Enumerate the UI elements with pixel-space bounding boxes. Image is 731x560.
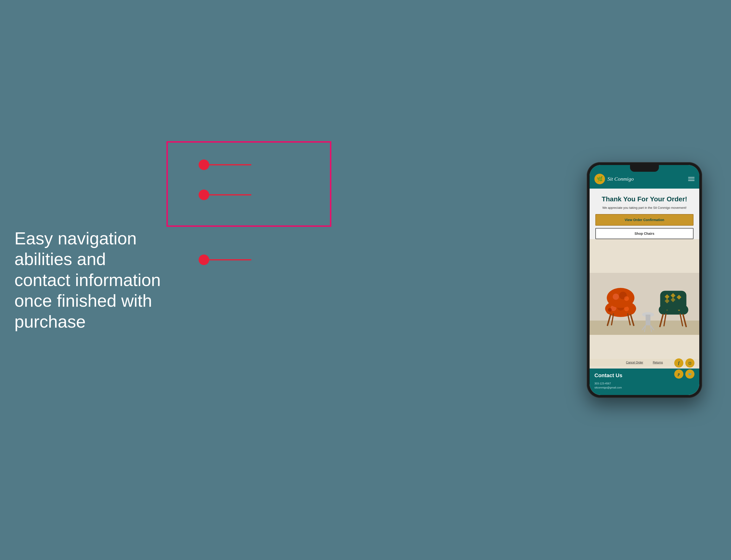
instagram-icon[interactable]: ◻: [685, 358, 694, 368]
description-content: Easy navigation abilities and contact in…: [14, 229, 161, 331]
view-order-button[interactable]: View Order Confirmation: [595, 214, 693, 226]
chairs-section: Cancel Order Returns: [590, 239, 699, 369]
svg-rect-1: [590, 320, 699, 335]
chairs-illustration: [590, 239, 699, 369]
hamburger-line-3: [688, 180, 694, 181]
svg-point-7: [608, 308, 612, 312]
cancel-order-link[interactable]: Cancel Order: [626, 361, 643, 364]
svg-rect-36: [167, 142, 331, 226]
phone-frame: 🌿 Sit Conmigo Thank You For Your Order! …: [587, 162, 702, 398]
svg-point-11: [624, 296, 629, 301]
nav-logo-group: 🌿 Sit Conmigo: [594, 174, 634, 184]
phone-number: 303-123-4567: [594, 382, 694, 385]
pinterest-icon[interactable]: p: [674, 369, 683, 379]
phone-mockup: 🌿 Sit Conmigo Thank You For Your Order! …: [587, 162, 702, 398]
brand-name: Sit Conmigo: [607, 176, 634, 182]
svg-point-41: [199, 255, 209, 265]
footer-section: Contact Us 303-123-4567 sitconmigo@gmail…: [590, 369, 699, 395]
returns-link[interactable]: Returns: [653, 361, 663, 364]
svg-point-37: [199, 159, 209, 170]
svg-point-9: [613, 293, 619, 300]
hero-title: Thank You For Your Order!: [595, 195, 693, 203]
social-icons-group: f ◻ p 🐦: [674, 358, 694, 379]
phone-screen: 🌿 Sit Conmigo Thank You For Your Order! …: [590, 165, 699, 395]
svg-rect-17: [646, 314, 650, 325]
hamburger-line-1: [688, 177, 694, 178]
hero-section: Thank You For Your Order! We appreciate …: [590, 189, 699, 239]
hero-subtitle: We appreciate you taking part in the Sit…: [595, 205, 693, 210]
hamburger-line-2: [688, 179, 694, 179]
shop-chairs-button[interactable]: Shop Chairs: [595, 228, 693, 239]
facebook-icon[interactable]: f: [674, 358, 683, 368]
left-description-text: Easy navigation abilities and contact in…: [0, 218, 176, 342]
email-address: sitconmigo@gmail.com: [594, 386, 694, 389]
twitter-icon[interactable]: 🐦: [685, 369, 694, 379]
hamburger-menu[interactable]: [688, 177, 694, 181]
logo-icon: 🌿: [594, 174, 605, 184]
svg-point-39: [199, 190, 209, 200]
phone-notch: [630, 165, 659, 172]
